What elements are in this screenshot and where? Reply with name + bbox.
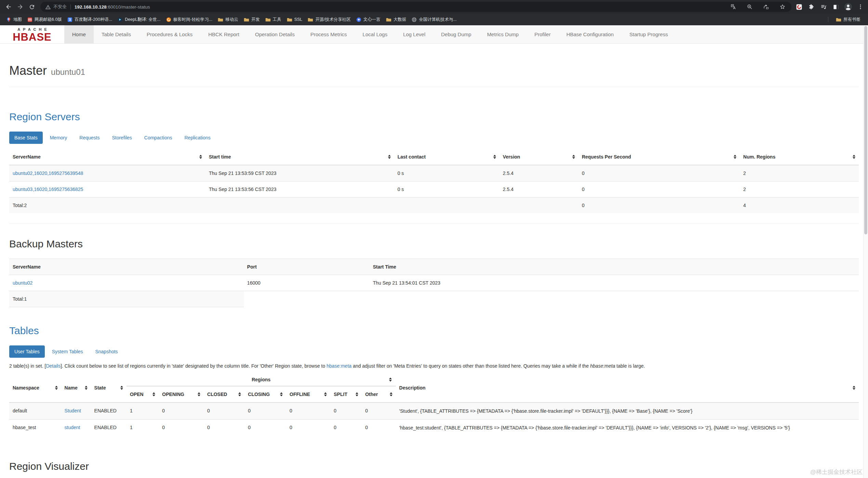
col-other[interactable]: Other [362, 386, 396, 402]
tab-compactions[interactable]: Compactions [139, 132, 177, 144]
bookmark-item[interactable]: 百度翻译-200种语... [65, 16, 115, 24]
table-link[interactable]: Student [65, 408, 81, 413]
tab-user-tables[interactable]: User Tables [9, 345, 45, 358]
all-bookmarks-button[interactable]: 所有书签 [833, 16, 863, 24]
col-start-time[interactable]: Start time [205, 149, 394, 165]
tab-storefiles[interactable]: Storefiles [107, 132, 137, 144]
sort-icon[interactable] [85, 386, 88, 390]
split-count[interactable]: 0 [330, 402, 362, 420]
table-link[interactable]: student [65, 425, 80, 430]
regionserver-link[interactable]: ubuntu03,16020,1695275636825 [13, 187, 83, 192]
tab-requests[interactable]: Requests [74, 132, 105, 144]
hbase-meta-link[interactable]: hbase:meta [326, 363, 351, 369]
forward-button[interactable] [14, 1, 26, 13]
nav-item-startup-progress[interactable]: Startup Progress [622, 25, 676, 43]
extension-red-button[interactable] [795, 3, 803, 11]
other-count[interactable]: 0 [362, 420, 396, 436]
nav-item-metrics-dump[interactable]: Metrics Dump [479, 25, 527, 43]
share-button[interactable] [762, 3, 770, 11]
sort-icon[interactable] [572, 155, 575, 159]
tab-base-stats[interactable]: Base Stats [9, 132, 43, 144]
bookmark-item[interactable]: 地图 [3, 16, 25, 24]
open-count[interactable]: 1 [126, 420, 159, 436]
details-link[interactable]: Details [46, 363, 61, 369]
bookmark-item[interactable]: 移动云 [215, 16, 241, 24]
col-port[interactable]: Port [244, 259, 370, 275]
bookmark-item[interactable]: 文心一言 [353, 16, 383, 24]
col-open[interactable]: OPEN [126, 386, 159, 402]
sort-icon[interactable] [734, 155, 736, 159]
sort-icon[interactable] [853, 155, 855, 159]
col-opening[interactable]: OPENING [159, 386, 204, 402]
nav-item-debug-dump[interactable]: Debug Dump [433, 25, 479, 43]
sort-icon[interactable] [390, 392, 392, 396]
col-servername[interactable]: ServerName [9, 149, 205, 165]
sort-icon[interactable] [199, 155, 202, 159]
bookmark-item[interactable]: 开源/技术分享社区 [305, 16, 353, 24]
col-closing[interactable]: CLOSING [244, 386, 286, 402]
closed-count[interactable]: 0 [204, 420, 244, 436]
nav-item-hbck-report[interactable]: HBCK Report [200, 25, 247, 43]
nav-item-profiler[interactable]: Profiler [526, 25, 559, 43]
nav-item-operation-details[interactable]: Operation Details [247, 25, 303, 43]
regionserver-link[interactable]: ubuntu02,16020,1695275639548 [13, 170, 83, 176]
offline-count[interactable]: 0 [286, 420, 330, 436]
side-panel-button[interactable] [832, 3, 840, 11]
closing-count[interactable]: 0 [244, 402, 286, 420]
bookmark-item[interactable]: SSL [284, 16, 305, 23]
col-state[interactable]: State [91, 373, 126, 402]
col-namespace[interactable]: Namespace [9, 373, 61, 402]
sort-icon[interactable] [280, 392, 283, 396]
sort-icon[interactable] [324, 392, 327, 396]
bookmark-item[interactable]: 开发 [241, 16, 263, 24]
col-version[interactable]: Version [499, 149, 578, 165]
playlist-button[interactable] [819, 3, 828, 11]
open-count[interactable]: 1 [126, 402, 159, 420]
scrollbar-thumb[interactable] [864, 26, 867, 234]
sort-icon[interactable] [356, 392, 358, 396]
zoom-button[interactable] [746, 3, 754, 11]
col-requests-per-second[interactable]: Requests Per Second [578, 149, 740, 165]
bookmark-item[interactable]: 工具 [263, 16, 284, 24]
nav-item-table-details[interactable]: Table Details [94, 25, 139, 43]
nav-item-log-level[interactable]: Log Level [395, 25, 433, 43]
sort-icon[interactable] [388, 155, 391, 159]
back-button[interactable] [3, 1, 14, 13]
tab-replications[interactable]: Replications [179, 132, 215, 144]
bookmark-item[interactable]: 全国计算机技术与... [409, 16, 459, 24]
address-bar[interactable]: 不安全 192.168.10.128:60010/master-status [40, 2, 791, 12]
col-description[interactable]: Description [396, 373, 859, 402]
col-start-time[interactable]: Start Time [370, 259, 859, 275]
bookmark-item[interactable]: 大数据 [383, 16, 409, 24]
sort-icon[interactable] [120, 386, 123, 390]
profile-button[interactable] [844, 3, 852, 11]
bookmark-item[interactable]: DeepL翻译: 全世... [115, 16, 163, 24]
col-closed[interactable]: CLOSED [204, 386, 244, 402]
sort-icon[interactable] [152, 392, 155, 396]
nav-item-hbase-configuration[interactable]: HBase Configuration [559, 25, 622, 43]
sort-icon[interactable] [389, 378, 392, 382]
translate-button[interactable] [729, 3, 737, 11]
tab-memory[interactable]: Memory [45, 132, 72, 144]
sort-icon[interactable] [238, 392, 241, 396]
extensions-button[interactable] [807, 3, 815, 11]
nav-item-process-metrics[interactable]: Process Metrics [303, 25, 355, 43]
bookmark-item[interactable]: 网易邮箱6.0版 [25, 16, 65, 24]
nav-item-procedures-locks[interactable]: Procedures & Locks [139, 25, 200, 43]
opening-count[interactable]: 0 [159, 420, 204, 436]
tab-snapshots[interactable]: Snapshots [90, 345, 123, 358]
closed-count[interactable]: 0 [204, 402, 244, 420]
browser-menu-button[interactable] [856, 3, 865, 11]
bookmark-star-button[interactable] [778, 3, 787, 11]
bookmark-item[interactable]: 极客时间-轻松学习... [163, 16, 215, 24]
sort-icon[interactable] [55, 386, 58, 390]
sort-icon[interactable] [493, 155, 496, 159]
col-last-contact[interactable]: Last contact [394, 149, 499, 165]
col-name[interactable]: Name [61, 373, 91, 402]
tab-system-tables[interactable]: System Tables [47, 345, 88, 358]
backup-master-link[interactable]: ubuntu02 [13, 280, 32, 286]
col-num-regions[interactable]: Num. Regions [740, 149, 859, 165]
nav-item-home[interactable]: Home [64, 25, 94, 43]
refresh-button[interactable] [26, 1, 38, 13]
hbase-logo[interactable]: APACHE HBASE [0, 25, 64, 43]
